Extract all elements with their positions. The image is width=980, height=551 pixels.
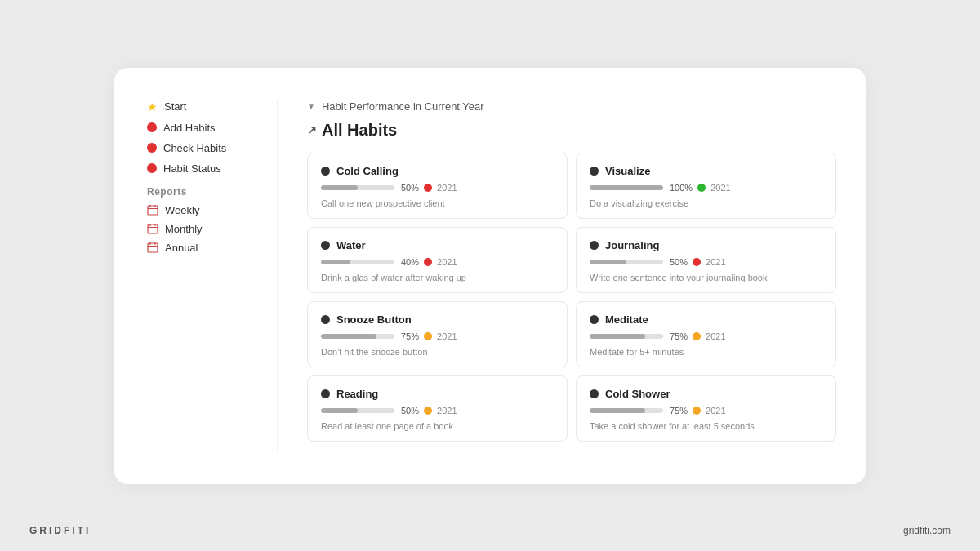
progress-bar-fill xyxy=(590,408,645,413)
habit-name-label: Cold Calling xyxy=(336,165,399,177)
svg-rect-4 xyxy=(148,224,158,233)
sidebar-item-check-habits[interactable]: Check Habits xyxy=(147,142,277,154)
progress-row: 50% 2021 xyxy=(590,257,822,267)
habit-card[interactable]: Water 40% 2021 Drink a glas of water aft… xyxy=(307,227,568,293)
habit-desc: Meditate for 5+ minutes xyxy=(590,347,822,357)
year-label: 2021 xyxy=(706,257,725,267)
year-label: 2021 xyxy=(706,331,725,341)
habit-card[interactable]: Journaling 50% 2021 Write one sentence i… xyxy=(576,227,836,293)
habit-desc: Take a cold shower for at least 5 second… xyxy=(590,421,822,431)
progress-pct: 75% xyxy=(670,406,688,415)
calendar-icon-monthly xyxy=(147,223,158,234)
progress-pct: 50% xyxy=(401,183,419,193)
star-icon: ★ xyxy=(147,100,158,113)
status-dot xyxy=(693,407,701,415)
progress-bar-bg xyxy=(590,260,663,264)
status-dot xyxy=(693,258,701,266)
progress-bar-bg xyxy=(590,408,663,413)
status-dot xyxy=(697,184,706,192)
progress-bar-fill xyxy=(590,260,626,264)
year-label: 2021 xyxy=(437,406,457,415)
habit-desc: Drink a glas of water after waking up xyxy=(321,273,554,282)
habit-card[interactable]: Cold Calling 50% 2021 Call one new prosp… xyxy=(307,153,568,219)
status-dot xyxy=(693,332,701,340)
sidebar-item-weekly[interactable]: Weekly xyxy=(147,204,277,216)
progress-bar-bg xyxy=(321,260,394,264)
red-dot-check xyxy=(147,143,157,153)
habit-name: Water xyxy=(321,239,554,251)
monthly-label: Monthly xyxy=(165,223,203,235)
habit-card[interactable]: Cold Shower 75% 2021 Take a cold shower … xyxy=(576,375,836,442)
progress-row: 75% 2021 xyxy=(590,406,822,415)
year-label: 2021 xyxy=(437,331,457,341)
habit-dot xyxy=(321,167,330,176)
habit-dot xyxy=(590,389,599,398)
status-dot xyxy=(424,184,432,192)
main-card: ★ Start Add Habits Check Habits Habit St… xyxy=(114,68,866,484)
progress-bar-fill xyxy=(321,334,376,339)
sidebar-item-annual[interactable]: Annual xyxy=(147,242,277,254)
progress-bar-fill xyxy=(321,408,358,413)
progress-bar-bg xyxy=(321,408,394,413)
branding-right: gridfiti.com xyxy=(903,525,951,536)
habit-card[interactable]: Meditate 75% 2021 Meditate for 5+ minute… xyxy=(576,301,836,367)
status-dot xyxy=(424,258,432,266)
weekly-label: Weekly xyxy=(165,204,199,216)
progress-row: 50% 2021 xyxy=(321,406,554,415)
progress-row: 50% 2021 xyxy=(321,183,554,193)
habit-name-label: Journaling xyxy=(605,239,659,251)
main-content: ▼ Habit Performance in Current Year ↗ Al… xyxy=(278,100,866,451)
section-header: ▼ Habit Performance in Current Year xyxy=(307,100,836,113)
habit-name: Journaling xyxy=(590,239,822,251)
progress-row: 75% 2021 xyxy=(321,331,554,341)
habit-name-label: Water xyxy=(336,239,366,251)
habit-desc: Read at least one page of a book xyxy=(321,421,554,431)
sidebar-item-monthly[interactable]: Monthly xyxy=(147,223,277,235)
habit-card[interactable]: Snooze Button 75% 2021 Don't hit the sno… xyxy=(307,301,568,367)
habits-grid: Cold Calling 50% 2021 Call one new prosp… xyxy=(307,153,836,442)
progress-row: 75% 2021 xyxy=(590,331,822,341)
sidebar-item-add-habits[interactable]: Add Habits xyxy=(147,122,277,134)
year-label: 2021 xyxy=(437,183,457,193)
habit-name: Meditate xyxy=(590,313,822,326)
calendar-icon-annual xyxy=(147,242,158,253)
habit-dot xyxy=(590,167,599,176)
status-dot xyxy=(424,407,432,415)
all-habits-title[interactable]: ↗ All Habits xyxy=(307,121,836,140)
sidebar-habit-status-label: Habit Status xyxy=(163,162,221,175)
habit-name-label: Visualize xyxy=(605,165,650,177)
habit-dot xyxy=(590,241,599,250)
progress-bar-fill xyxy=(321,185,358,190)
sidebar: ★ Start Add Habits Check Habits Habit St… xyxy=(114,100,278,451)
calendar-icon-weekly xyxy=(147,204,158,216)
habit-dot xyxy=(321,315,330,324)
habit-name: Visualize xyxy=(590,165,822,177)
habit-card[interactable]: Visualize 100% 2021 Do a visualizing exe… xyxy=(576,153,836,219)
progress-bar-fill xyxy=(590,185,663,190)
habit-name: Reading xyxy=(321,388,554,400)
triangle-icon: ▼ xyxy=(307,102,315,111)
habit-desc: Call one new prospective client xyxy=(321,198,554,208)
habit-name-label: Snooze Button xyxy=(336,313,412,326)
svg-rect-0 xyxy=(148,206,158,215)
sidebar-item-habit-status[interactable]: Habit Status xyxy=(147,162,277,175)
habit-name: Cold Calling xyxy=(321,165,554,177)
progress-bar-bg xyxy=(321,185,394,190)
annual-label: Annual xyxy=(165,242,198,254)
red-dot-status xyxy=(147,163,157,173)
habit-name-label: Meditate xyxy=(605,313,648,326)
habit-name-label: Reading xyxy=(336,388,378,400)
year-label: 2021 xyxy=(437,257,457,267)
progress-bar-bg xyxy=(590,185,663,190)
year-label: 2021 xyxy=(710,183,730,193)
habit-desc: Write one sentence into your journaling … xyxy=(590,273,822,282)
all-habits-label: All Habits xyxy=(322,121,397,140)
habit-name: Snooze Button xyxy=(321,313,554,326)
sidebar-item-start[interactable]: ★ Start xyxy=(147,100,277,113)
habit-dot xyxy=(321,241,330,250)
habit-desc: Don't hit the snooze button xyxy=(321,347,554,357)
reports-section-label: Reports xyxy=(147,186,277,198)
progress-bar-fill xyxy=(590,334,645,339)
progress-pct: 75% xyxy=(401,331,419,341)
habit-card[interactable]: Reading 50% 2021 Read at least one page … xyxy=(307,375,568,442)
